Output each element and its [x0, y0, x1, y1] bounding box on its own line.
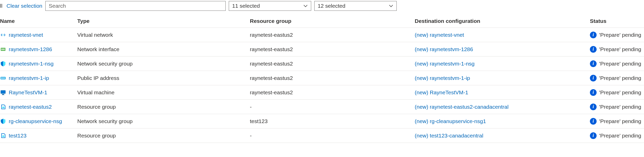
table-row[interactable]: raynetestvm-1-nsgNetwork security groupr… — [0, 57, 644, 71]
svg-rect-14 — [2, 135, 4, 137]
table-row[interactable]: raynetest-vnetVirtual networkraynetest-e… — [0, 28, 644, 42]
resource-type: Resource group — [77, 104, 250, 110]
resource-name-link[interactable]: raynetestvm-1-nsg — [9, 61, 54, 67]
status-text: 'Prepare' pending — [599, 104, 641, 110]
pip-icon — [0, 75, 6, 81]
search-input[interactable] — [45, 1, 226, 11]
table-row[interactable]: raynetest-eastus2Resource group-(new) ra… — [0, 100, 644, 114]
column-header-name[interactable]: Name — [0, 18, 77, 24]
dest-new-prefix: (new) — [415, 133, 428, 138]
column-header-rg[interactable]: Resource group — [250, 18, 415, 24]
filter-dropdown-1-label: 11 selected — [232, 3, 260, 9]
dest-new-prefix: (new) — [415, 75, 428, 81]
status-text: 'Prepare' pending — [599, 118, 641, 124]
resource-type: Network interface — [77, 46, 250, 52]
status-text: 'Prepare' pending — [599, 32, 641, 38]
resource-name-link[interactable]: RayneTestVM-1 — [9, 89, 47, 96]
rgroup-icon — [0, 104, 6, 110]
resource-group: raynetest-eastus2 — [250, 32, 415, 38]
vnet-icon — [0, 32, 6, 38]
svg-point-0 — [3, 34, 4, 35]
resource-group: raynetest-eastus2 — [250, 75, 415, 81]
select-all-partial[interactable]: ll — [0, 3, 3, 9]
resource-type: Resource group — [77, 133, 250, 139]
dest-new-prefix: (new) — [415, 61, 428, 67]
info-icon: i — [590, 60, 597, 67]
dest-new-prefix: (new) — [415, 118, 428, 124]
resource-group: raynetest-eastus2 — [250, 46, 415, 52]
nic-icon — [0, 46, 6, 52]
table-row[interactable]: rg-cleanupservice-nsgNetwork security gr… — [0, 114, 644, 128]
filter-dropdown-2[interactable]: 12 selected — [314, 1, 397, 11]
table-row[interactable]: raynetestvm-1286Network interfaceraynete… — [0, 42, 644, 57]
destination-link[interactable]: raynetest-vnet — [430, 32, 464, 38]
info-icon: i — [590, 89, 597, 96]
filter-dropdown-2-label: 12 selected — [318, 3, 345, 9]
dest-new-prefix: (new) — [415, 32, 428, 38]
svg-rect-6 — [1, 78, 2, 79]
resource-name-link[interactable]: test123 — [9, 133, 27, 139]
destination-link[interactable]: raynetest-eastus2-canadacentral — [430, 104, 509, 110]
dest-new-prefix: (new) — [415, 46, 428, 52]
resource-type: Virtual machine — [77, 89, 250, 96]
resource-group: test123 — [250, 118, 415, 124]
destination-link[interactable]: raynetestvm-1-nsg — [430, 61, 474, 67]
svg-rect-9 — [1, 90, 5, 94]
status-text: 'Prepare' pending — [599, 133, 641, 139]
destination-link[interactable]: RayneTestVM-1 — [430, 89, 468, 95]
resource-name-link[interactable]: raynetest-vnet — [9, 32, 43, 38]
dest-new-prefix: (new) — [415, 104, 428, 110]
resource-group: - — [250, 133, 415, 139]
resource-type: Network security group — [77, 61, 250, 67]
vm-icon — [0, 89, 6, 96]
table-row[interactable]: test123Resource group-(new) test123-cana… — [0, 128, 644, 143]
resource-name-link[interactable]: raynetest-eastus2 — [9, 104, 52, 110]
destination-link[interactable]: rg-cleanupservice-nsg1 — [430, 118, 486, 124]
chevron-down-icon — [389, 4, 393, 8]
destination-link[interactable]: test123-canadacentral — [430, 133, 483, 138]
status-text: 'Prepare' pending — [599, 61, 641, 67]
nsg-icon — [0, 61, 6, 67]
dest-new-prefix: (new) — [415, 89, 428, 95]
clear-selection-link[interactable]: Clear selection — [6, 3, 42, 9]
column-header-dest[interactable]: Destination configuration — [415, 18, 590, 24]
destination-link[interactable]: raynetestvm-1286 — [430, 46, 473, 52]
resource-type: Network security group — [77, 118, 250, 124]
column-header-type[interactable]: Type — [77, 18, 250, 24]
info-icon: i — [590, 75, 597, 81]
resource-name-link[interactable]: rg-cleanupservice-nsg — [9, 118, 62, 124]
resource-type: Public IP address — [77, 75, 250, 81]
filter-dropdown-1[interactable]: 11 selected — [229, 1, 311, 11]
info-icon: i — [590, 104, 597, 110]
info-icon: i — [590, 132, 597, 139]
svg-rect-11 — [2, 94, 4, 95]
rgroup-icon — [0, 133, 6, 139]
destination-link[interactable]: raynetestvm-1-ip — [430, 75, 470, 81]
table-header-row: Name Type Resource group Destination con… — [0, 14, 644, 28]
status-text: 'Prepare' pending — [599, 46, 641, 52]
resource-name-link[interactable]: raynetestvm-1286 — [9, 46, 52, 52]
resource-type: Virtual network — [77, 32, 250, 38]
nsg-icon — [0, 118, 6, 124]
svg-rect-13 — [2, 107, 4, 108]
toolbar: ll Clear selection 11 selected 12 select… — [0, 0, 644, 14]
resource-group: - — [250, 104, 415, 110]
info-icon: i — [590, 46, 597, 53]
info-icon: i — [590, 32, 597, 38]
svg-rect-3 — [3, 49, 4, 50]
chevron-down-icon — [303, 4, 308, 8]
info-icon: i — [590, 118, 597, 125]
resource-group: raynetest-eastus2 — [250, 89, 415, 96]
status-text: 'Prepare' pending — [599, 89, 641, 96]
svg-rect-7 — [3, 78, 3, 79]
column-header-status[interactable]: Status — [590, 18, 644, 24]
svg-rect-4 — [4, 49, 5, 50]
svg-rect-8 — [4, 78, 5, 79]
svg-rect-2 — [2, 49, 2, 50]
table-row[interactable]: RayneTestVM-1Virtual machineraynetest-ea… — [0, 85, 644, 100]
svg-rect-12 — [2, 95, 4, 95]
status-text: 'Prepare' pending — [599, 75, 641, 81]
resource-group: raynetest-eastus2 — [250, 61, 415, 67]
resource-name-link[interactable]: raynetestvm-1-ip — [9, 75, 49, 81]
table-row[interactable]: raynetestvm-1-ipPublic IP addressraynete… — [0, 71, 644, 85]
